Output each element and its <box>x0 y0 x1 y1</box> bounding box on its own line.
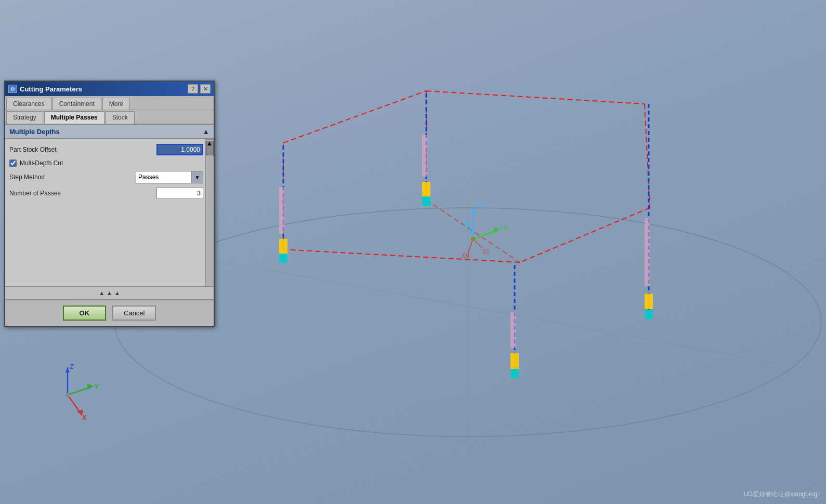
svg-text:Y: Y <box>95 383 99 390</box>
svg-line-3 <box>283 91 426 143</box>
step-method-value: Passes <box>136 174 191 181</box>
collapse-icon[interactable]: ▲ <box>202 127 209 136</box>
svg-text:YC: YC <box>488 232 495 237</box>
dialog-title-left: ⚙ Cutting Parameters <box>8 85 82 93</box>
dialog-title-buttons: ? ✕ <box>188 84 211 94</box>
svg-rect-19 <box>279 254 287 263</box>
nav-arrow-right[interactable]: ▲ <box>114 290 120 296</box>
dialog-titlebar: ⚙ Cutting Parameters ? ✕ <box>5 82 214 96</box>
tab-multiple-passes[interactable]: Multiple Passes <box>44 111 104 124</box>
ok-button[interactable]: OK <box>63 306 107 321</box>
svg-rect-24 <box>422 135 427 177</box>
step-method-dropdown[interactable]: Passes ▼ <box>136 171 203 183</box>
svg-text:X: X <box>82 414 86 421</box>
tab-containment[interactable]: Containment <box>53 98 101 110</box>
multi-depth-cut-checkbox[interactable] <box>9 160 17 167</box>
svg-marker-46 <box>87 383 94 390</box>
step-method-row: Step Method Passes ▼ <box>9 171 203 183</box>
step-method-label: Step Method <box>9 174 136 181</box>
tab-strategy[interactable]: Strategy <box>6 111 43 124</box>
svg-text:XM: XM <box>462 253 469 259</box>
nav-arrow-mid[interactable]: ▲ <box>107 290 112 296</box>
dialog-icon: ⚙ <box>8 85 17 93</box>
tab-clearances[interactable]: Clearances <box>6 98 51 110</box>
step-method-arrow[interactable]: ▼ <box>191 171 203 183</box>
number-of-passes-row: Number of Passes <box>9 188 203 199</box>
svg-line-48 <box>68 395 81 413</box>
cutting-parameters-dialog: ⚙ Cutting Parameters ? ✕ Clearances Cont… <box>4 81 215 327</box>
svg-text:Z: Z <box>70 363 73 370</box>
cancel-button[interactable]: Cancel <box>112 306 156 321</box>
svg-rect-16 <box>422 182 430 197</box>
svg-line-6 <box>520 208 650 262</box>
svg-marker-28 <box>471 208 475 214</box>
svg-text:ZC: ZC <box>464 221 470 227</box>
button-row: OK Cancel <box>5 299 214 326</box>
nav-arrows: ▲ ▲ ▲ <box>5 286 214 299</box>
close-button[interactable]: ✕ <box>200 84 211 94</box>
svg-rect-21 <box>645 310 653 319</box>
empty-space <box>9 203 203 281</box>
dialog-title-text: Cutting Parameters <box>20 85 82 93</box>
part-stock-offset-input[interactable] <box>156 144 203 155</box>
svg-point-51 <box>65 393 70 397</box>
scroll-up-arrow[interactable]: ▲ <box>206 139 214 140</box>
help-button[interactable]: ? <box>188 84 198 94</box>
multi-depth-cut-label: Multi-Depth Cut <box>20 160 63 167</box>
svg-marker-43 <box>65 366 70 373</box>
svg-point-41 <box>470 236 476 242</box>
dialog-body: Multiple Depths ▲ Part Stock Offset Mult… <box>5 125 214 299</box>
svg-rect-18 <box>510 353 519 369</box>
svg-text:ZM: ZM <box>475 204 483 210</box>
svg-rect-23 <box>279 187 284 234</box>
section-title: Multiple Depths <box>9 128 60 136</box>
form-area: Part Stock Offset Multi-Depth Cut Step M… <box>5 139 214 286</box>
nav-arrow-left[interactable]: ▲ <box>99 290 104 296</box>
svg-line-4 <box>426 91 645 104</box>
svg-rect-15 <box>279 239 287 255</box>
svg-line-45 <box>68 387 91 395</box>
svg-rect-20 <box>422 196 430 206</box>
tab-row-2: Strategy Multiple Passes Stock <box>5 110 214 125</box>
tab-more[interactable]: More <box>102 98 130 110</box>
watermark: UG爱好者论坛@xiongbing+ <box>743 490 821 499</box>
svg-rect-17 <box>645 294 653 309</box>
number-of-passes-label: Number of Passes <box>9 190 156 197</box>
svg-rect-22 <box>510 369 519 378</box>
number-of-passes-input[interactable] <box>156 188 203 199</box>
form-scroll-area: Part Stock Offset Multi-Depth Cut Step M… <box>5 139 214 286</box>
scrollbar[interactable]: ▲ <box>205 139 214 286</box>
part-stock-offset-row: Part Stock Offset <box>9 144 203 155</box>
multi-depth-cut-row: Multi-Depth Cut <box>9 160 203 167</box>
tab-row-1: Clearances Containment More <box>5 96 214 110</box>
svg-rect-26 <box>510 312 516 348</box>
svg-rect-25 <box>645 218 650 286</box>
svg-text:XC: XC <box>482 249 490 255</box>
section-header-multiple-depths: Multiple Depths ▲ <box>5 125 214 139</box>
svg-text:YM: YM <box>500 224 509 231</box>
part-stock-offset-label: Part Stock Offset <box>9 146 156 153</box>
tab-stock[interactable]: Stock <box>106 111 135 124</box>
